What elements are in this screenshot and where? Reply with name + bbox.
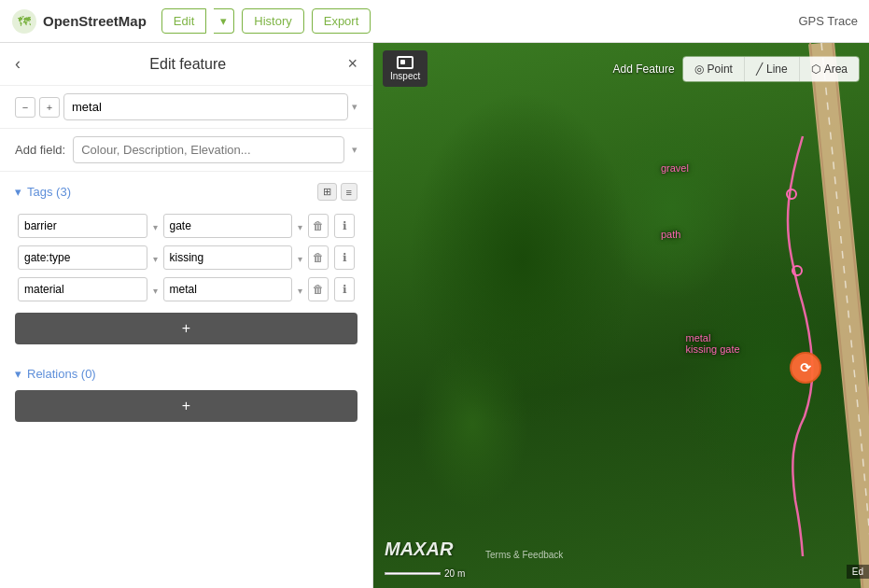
tag-val-chevron-icon-2: ▾ xyxy=(298,286,302,296)
maxar-attribution: MAXAR xyxy=(385,539,453,560)
map-area[interactable]: ⟳ Inspect Add Feature ◎ Point ╱ xyxy=(373,43,869,588)
tag-key-chevron-icon-0: ▾ xyxy=(153,222,158,232)
tag-key-select-2[interactable]: material xyxy=(18,277,147,301)
point-label: Point xyxy=(708,63,733,76)
tags-toggle[interactable]: ▾ Tags (3) xyxy=(15,185,71,199)
relations-section: ▾ Relations (0) + xyxy=(0,356,372,433)
svg-point-3 xyxy=(792,266,802,275)
left-panel: ‹ Edit feature × − + metal ▾ Add field: … xyxy=(0,43,373,588)
edit-feature-header: ‹ Edit feature × xyxy=(0,43,372,86)
tag-delete-button-0[interactable]: 🗑 xyxy=(308,214,329,238)
map-background: ⟳ Inspect Add Feature ◎ Point ╱ xyxy=(373,43,869,588)
edit-badge: Ed xyxy=(847,565,869,579)
relations-toggle[interactable]: ▾ Relations (0) xyxy=(15,367,357,381)
tags-list-view-button[interactable]: ≡ xyxy=(341,183,357,201)
line-button[interactable]: ╱ Line xyxy=(745,57,800,81)
add-tag-button[interactable]: + xyxy=(15,313,357,344)
material-select[interactable]: metal xyxy=(63,93,348,120)
gate-label: metalkissing gate xyxy=(686,332,740,355)
export-button[interactable]: Export xyxy=(312,8,371,34)
history-button[interactable]: History xyxy=(242,8,303,34)
tag-val-select-2[interactable]: metal xyxy=(163,277,293,301)
scale-text: 20 m xyxy=(444,568,465,579)
path-label: path xyxy=(661,229,680,240)
tag-delete-button-2[interactable]: 🗑 xyxy=(308,277,329,301)
svg-text:🗺: 🗺 xyxy=(18,14,31,29)
table-row: gate:type ▾ kissing ▾ 🗑 ℹ xyxy=(15,242,357,273)
svg-point-2 xyxy=(787,189,796,199)
edit-button[interactable]: Edit xyxy=(161,8,206,34)
tag-key-chevron-icon-1: ▾ xyxy=(153,254,158,264)
add-feature-label: Add Feature xyxy=(613,63,675,76)
scale-bar: 20 m xyxy=(385,568,465,579)
line-icon: ╱ xyxy=(756,63,763,76)
tag-delete-button-1[interactable]: 🗑 xyxy=(308,245,329,270)
area-icon: ⬡ xyxy=(811,63,820,76)
map-svg: ⟳ xyxy=(373,43,869,588)
tag-info-button-2[interactable]: ℹ xyxy=(334,277,355,301)
app-header: 🗺 OpenStreetMap Edit ▾ History Export GP… xyxy=(0,0,869,43)
add-field-input[interactable] xyxy=(73,136,344,163)
tag-val-select-0[interactable]: gate xyxy=(163,214,293,238)
tags-section: ▾ Tags (3) ⊞ ≡ barrier ▾ gate ▾ 🗑 ℹ xyxy=(0,172,372,356)
tags-header: ▾ Tags (3) ⊞ ≡ xyxy=(15,183,357,201)
feature-btn-group: ◎ Point ╱ Line ⬡ Area xyxy=(682,56,860,82)
tag-key-select-0[interactable]: barrier xyxy=(18,214,147,238)
gps-trace-text: GPS Trace xyxy=(798,14,858,28)
tag-key-chevron-icon-2: ▾ xyxy=(153,286,158,296)
map-toolbar: Inspect Add Feature ◎ Point ╱ Line ⬡ A xyxy=(373,43,869,94)
tag-val-chevron-icon-0: ▾ xyxy=(298,222,302,232)
inspect-label: Inspect xyxy=(390,71,420,81)
tag-val-chevron-icon-1: ▾ xyxy=(298,254,302,264)
tags-grid-view-button[interactable]: ⊞ xyxy=(317,183,337,201)
area-button[interactable]: ⬡ Area xyxy=(800,57,859,81)
add-relation-button[interactable]: + xyxy=(15,390,357,422)
attribution-small[interactable]: Terms & Feedback xyxy=(485,550,563,560)
scale-line xyxy=(385,572,441,575)
tag-key-select-1[interactable]: gate:type xyxy=(18,245,147,270)
inspect-button[interactable]: Inspect xyxy=(383,50,427,87)
select-chevron-icon: ▾ xyxy=(352,101,357,113)
tags-chevron-icon: ▾ xyxy=(15,185,21,199)
main-content: ‹ Edit feature × − + metal ▾ Add field: … xyxy=(0,43,869,588)
back-button[interactable]: ‹ xyxy=(15,54,28,74)
point-button[interactable]: ◎ Point xyxy=(683,57,745,81)
point-icon: ◎ xyxy=(694,63,704,76)
gravel-label: gravel xyxy=(661,162,689,174)
svg-point-4 xyxy=(791,353,820,383)
svg-text:⟳: ⟳ xyxy=(800,360,812,375)
add-field-label: Add field: xyxy=(15,143,65,157)
decrement-button[interactable]: − xyxy=(15,97,35,118)
tags-table: barrier ▾ gate ▾ 🗑 ℹ gate:type ▾ kissing… xyxy=(15,210,357,305)
inspect-icon xyxy=(397,56,413,69)
relations-chevron-icon: ▾ xyxy=(15,367,21,381)
relations-title-text: Relations (0) xyxy=(27,367,96,381)
tags-title-text: Tags (3) xyxy=(27,185,71,199)
tag-info-button-0[interactable]: ℹ xyxy=(334,214,355,238)
logo: 🗺 OpenStreetMap xyxy=(11,8,147,35)
line-label: Line xyxy=(766,63,788,76)
add-field-chevron-icon: ▾ xyxy=(352,144,357,156)
panel-title: Edit feature xyxy=(28,56,347,73)
metal-value-row: − + metal ▾ xyxy=(0,86,372,129)
add-field-row: Add field: ▾ xyxy=(0,129,372,172)
edit-dropdown-button[interactable]: ▾ xyxy=(214,8,234,34)
increment-button[interactable]: + xyxy=(39,97,60,118)
app-name: OpenStreetMap xyxy=(43,13,147,29)
osm-logo-icon: 🗺 xyxy=(11,8,37,35)
tag-val-select-1[interactable]: kissing xyxy=(163,245,293,270)
tag-info-button-1[interactable]: ℹ xyxy=(334,245,355,270)
table-row: barrier ▾ gate ▾ 🗑 ℹ xyxy=(15,210,357,242)
table-row: material ▾ metal ▾ 🗑 ℹ xyxy=(15,273,357,305)
area-label: Area xyxy=(824,63,848,76)
tags-icons: ⊞ ≡ xyxy=(317,183,357,201)
close-button[interactable]: × xyxy=(347,54,357,74)
